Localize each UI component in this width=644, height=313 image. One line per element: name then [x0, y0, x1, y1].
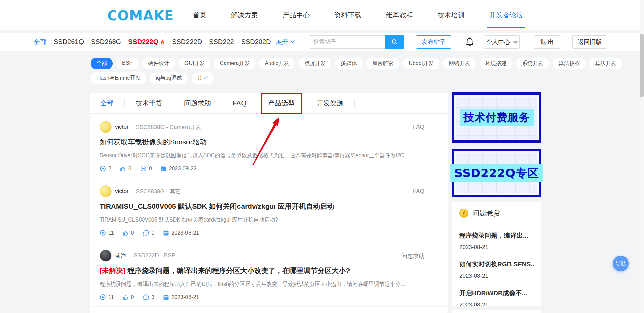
filter-chip-other[interactable]: 其它: [192, 72, 214, 84]
tab-divider: [173, 100, 173, 107]
post-date: 2023-08-21: [163, 230, 199, 236]
filter-chip-screen[interactable]: 点屏开发: [299, 58, 331, 69]
filter-chip-all[interactable]: 全部: [91, 58, 113, 69]
filter-chip-camera[interactable]: Camera开发: [214, 58, 255, 69]
post-item: victor SSC8838G - Camera开发 FAQ 如何获取车载摄像头…: [90, 114, 448, 178]
tab-dev-resources[interactable]: 开发资源: [317, 99, 343, 108]
bell-icon: [465, 37, 474, 47]
search-button[interactable]: [385, 35, 404, 49]
filter-chip-iq-pq[interactable]: iq与pq调试: [150, 72, 187, 84]
model-tabs: 全部 SSD261Q SSD268G SSD222Q SSD222D SSD22…: [33, 33, 271, 51]
post-title[interactable]: 如何获取车载摄像头的Sensor驱动: [100, 137, 424, 147]
post-item: victor SSC8838G - 其它 FAQ TIRAMISU_CLS00V…: [90, 178, 448, 242]
search-input[interactable]: [309, 35, 385, 49]
likes-value: 0: [131, 230, 134, 236]
posts-panel: 全部 技术干货 问题求助 FAQ 产品选型 开发资源 victor SSC883…: [90, 93, 448, 313]
banner-ssd222q-zone[interactable]: SSD222Q专区: [452, 149, 541, 197]
nav-item-home[interactable]: 首页: [193, 0, 206, 30]
nav-item-solutions[interactable]: 解决方案: [231, 0, 258, 30]
comments-count: 0: [143, 230, 155, 236]
post-author[interactable]: victor: [115, 188, 129, 195]
create-post-button[interactable]: 发布帖子: [416, 35, 451, 49]
tab-tech-articles[interactable]: 技术干货: [136, 99, 162, 108]
bounty-title: 问题悬赏: [472, 208, 500, 218]
tab-help[interactable]: 问题求助: [184, 99, 211, 108]
search-box: [309, 35, 404, 49]
post-type-badge: FAQ: [413, 188, 424, 195]
filter-chip-gui[interactable]: GUI开发: [179, 58, 210, 69]
divider: [459, 223, 534, 223]
filter-chip-network[interactable]: 网络开发: [443, 58, 476, 69]
model-tab-ssd268g[interactable]: SSD268G: [91, 38, 121, 46]
views-count: 2: [100, 165, 111, 172]
comments-value: 0: [149, 166, 152, 172]
divider: [130, 253, 130, 258]
sidebar-next-panel: [452, 310, 541, 313]
notification-bell[interactable]: [464, 36, 475, 48]
date-value: 2023-08-21: [171, 294, 199, 300]
filter-chip-uboot[interactable]: Uboot开发: [403, 58, 439, 69]
bounty-item-date: 2023-08-21: [459, 273, 534, 279]
nav-item-forum[interactable]: 开发者论坛: [489, 0, 523, 30]
nav-item-training[interactable]: 技术培训: [438, 0, 465, 30]
post-title[interactable]: TIRAMISU_CLS00V005 默认SDK 如何关闭cardv/zkgui…: [100, 201, 424, 211]
main-nav: 首页 解决方案 产品中心 资料下载 维基教程 技术培训 开发者论坛: [193, 0, 523, 30]
logout-button[interactable]: 退 出: [534, 35, 560, 49]
tab-faq[interactable]: FAQ: [233, 99, 246, 107]
category-filters: 全部 BSP 硬件设计 GUI开发 Camera开发 Audio开发 点屏开发 …: [91, 58, 547, 87]
filter-chip-audio[interactable]: Audio开发: [259, 58, 295, 69]
calendar-icon: [163, 230, 169, 236]
tab-divider: [306, 100, 306, 107]
tab-product-selection[interactable]: 产品选型: [268, 99, 295, 108]
likes-count: 0: [123, 294, 134, 300]
tab-all[interactable]: 全部: [100, 99, 114, 108]
divider: [459, 255, 534, 255]
bounty-item-title[interactable]: 开启HDR/WDR成像不...: [459, 289, 534, 298]
filter-chip-bsp[interactable]: BSP: [116, 58, 139, 69]
post-excerpt: 程序烧录问题，编译出来的程序加入自己的UI后，flash的分区尺寸发生改变，导致…: [100, 280, 424, 288]
nav-item-products[interactable]: 产品中心: [283, 0, 310, 30]
post-title[interactable]: [未解决]程序烧录问题，编译出来的程序分区大小改变了，在哪里调节分区大小?: [100, 266, 424, 276]
post-author[interactable]: 蓝海: [115, 252, 126, 260]
model-tab-ssd222[interactable]: SSD222: [209, 38, 234, 46]
post-type-badge: FAQ: [413, 124, 424, 130]
filter-chip-hardware[interactable]: 硬件设计: [142, 58, 175, 69]
filter-chip-algo-license[interactable]: 算法授权: [553, 58, 586, 69]
filter-row-2: Flash与Emmc开发 iq与pq调试 其它: [91, 72, 547, 84]
model-tab-ssd261q[interactable]: SSD261Q: [54, 38, 84, 46]
model-tab-ssd222q[interactable]: SSD222Q: [128, 38, 165, 46]
banner-paid-tech-service[interactable]: 技术付费服务: [452, 92, 541, 143]
post-item: victor SSC8838G - 其它 FAQ: [90, 307, 448, 313]
calendar-icon: [161, 166, 167, 172]
expand-toggle[interactable]: 展开: [276, 33, 295, 51]
comment-icon: [143, 294, 149, 300]
avatar[interactable]: [100, 250, 112, 262]
nav-item-wiki[interactable]: 维基教程: [386, 0, 413, 30]
likes-value: 0: [128, 166, 131, 172]
post-stats: 2 0 0: [100, 165, 424, 172]
filter-chip-algo-dev[interactable]: 算法开发: [589, 58, 622, 69]
post-header: victor SSC8838G - 其它 FAQ: [100, 185, 424, 197]
bounty-item-title[interactable]: 程序烧录问题，编译出...: [459, 231, 534, 240]
model-tab-ssd202d[interactable]: SSD202D: [241, 38, 271, 46]
scrollbar-thumb[interactable]: [640, 34, 644, 97]
filter-chip-multimedia[interactable]: 多媒体: [335, 58, 363, 69]
profile-menu-button[interactable]: 个人中心: [484, 35, 520, 49]
comake-logo[interactable]: COMAKE: [107, 8, 174, 23]
post-date: 2023-08-21: [163, 294, 199, 300]
bounty-item-title[interactable]: 如何实时切换RGB SENS...: [459, 260, 534, 269]
avatar[interactable]: [100, 185, 112, 197]
filter-chip-encryption[interactable]: 加密解密: [366, 58, 399, 69]
nav-item-downloads[interactable]: 资料下载: [334, 0, 361, 30]
avatar[interactable]: [100, 121, 112, 133]
old-version-button[interactable]: 返回旧版: [572, 35, 607, 49]
model-tab-ssd222d[interactable]: SSD222D: [172, 38, 202, 46]
model-tab-all[interactable]: 全部: [33, 37, 47, 46]
filter-chip-flash-emmc[interactable]: Flash与Emmc开发: [91, 72, 146, 84]
filter-chip-system[interactable]: 系统开发: [516, 58, 549, 69]
views-value: 2: [108, 166, 111, 172]
bounty-item-date: 2023-08-21: [459, 302, 534, 306]
floating-nav-button[interactable]: 导航: [613, 256, 629, 271]
filter-chip-environment[interactable]: 环境搭建: [480, 58, 513, 69]
post-author[interactable]: victor: [115, 124, 129, 130]
